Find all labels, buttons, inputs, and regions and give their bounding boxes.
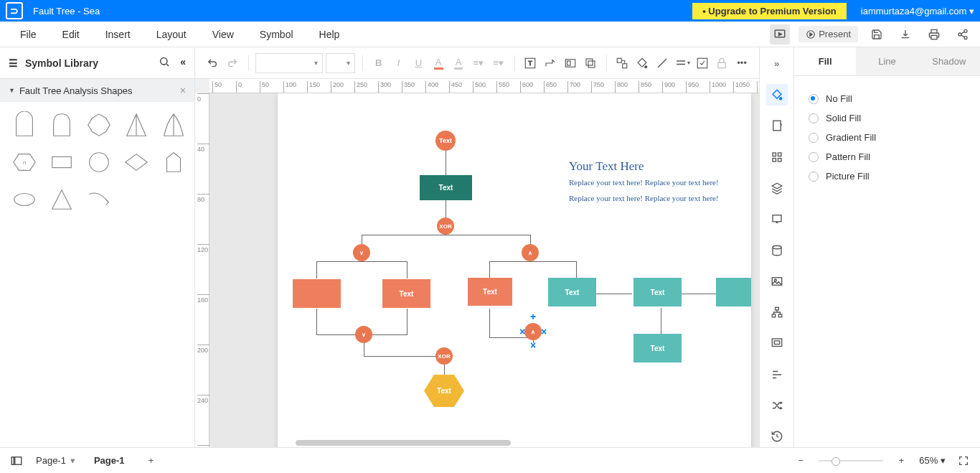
collapse-icon[interactable]: « [180,56,186,70]
align-horizontal-button[interactable]: ≡▾ [470,52,487,74]
fill-option-picture[interactable]: Picture Fill [809,167,966,186]
tab-fill[interactable]: Fill [794,47,856,75]
layers-panel-button[interactable] [766,177,788,198]
page-panel-button[interactable] [766,116,788,136]
node-hex[interactable]: Text [424,375,464,407]
fullscreen-button[interactable] [956,453,971,469]
menu-view[interactable]: View [199,29,247,40]
node-top-circle[interactable]: Text [435,131,456,151]
grid-panel-button[interactable] [766,146,788,167]
connector-button[interactable] [542,52,559,74]
node-or-left[interactable]: ∨ [353,244,370,261]
close-section-button[interactable]: × [180,85,186,96]
shape-item[interactable] [121,109,152,141]
shuffle-panel-button[interactable] [766,395,788,416]
download-button[interactable] [895,24,915,45]
fill-button[interactable] [633,52,651,74]
image-panel-button[interactable] [766,271,788,291]
underline-button[interactable]: U [410,52,427,74]
placeholder-title[interactable]: Your Text Here [569,159,644,174]
slides-panel-button[interactable] [766,209,788,230]
italic-button[interactable]: I [390,52,407,74]
more-button[interactable]: ••• [733,52,750,74]
highlight-button[interactable]: A [450,52,467,74]
node-teal-box1[interactable]: Text [548,278,596,306]
node-blank-box[interactable] [293,279,341,308]
canvas[interactable]: Text Text XOR ∨ ∧ Text Text Text Text ∨ … [209,93,759,447]
history-panel-button[interactable] [766,426,788,447]
fill-panel-button[interactable] [766,84,788,105]
shapes-section-header[interactable]: ▼ Fault Tree Analysis Shapes × [0,79,194,102]
node-teal-box2[interactable]: Text [633,278,682,306]
shape-item[interactable] [83,184,115,215]
redo-button[interactable] [224,52,241,74]
add-page-button[interactable]: + [143,453,159,469]
menu-edit[interactable]: Edit [50,29,93,40]
save-button[interactable] [867,24,887,45]
fill-option-solid[interactable]: Solid Fill [809,108,966,128]
present-button[interactable]: Present [798,26,858,42]
menu-file[interactable]: File [7,29,50,40]
outline-view-button[interactable] [9,453,24,469]
page-select[interactable]: Page-1▾ [36,455,75,466]
lock-button[interactable] [713,52,730,74]
print-button[interactable] [924,24,944,45]
node-and2-selected[interactable]: ∧ [524,323,542,340]
align-vertical-button[interactable]: ≡▾ [490,52,507,74]
node-text-box2[interactable]: Text [468,278,512,306]
node-xor2[interactable]: XOR [435,347,453,365]
node-top-box[interactable]: Text [420,175,472,200]
shape-item[interactable] [46,146,77,178]
comments-panel-button[interactable] [766,333,788,354]
data-panel-button[interactable] [766,240,788,261]
node-or2[interactable]: ∨ [355,326,372,343]
share-button[interactable] [953,24,973,45]
line-color-button[interactable] [654,52,671,74]
node-teal-box-partial[interactable] [716,278,751,306]
scrollbar-horizontal[interactable] [296,440,511,446]
placeholder-sub1[interactable]: Replace your text here! Replace your tex… [569,178,755,187]
shape-item[interactable] [83,146,115,178]
bold-button[interactable]: B [370,52,387,74]
shape-item[interactable] [9,109,40,141]
shape-item[interactable]: n [9,146,40,178]
placeholder-sub2[interactable]: Replace your text here! Replace your tex… [569,194,755,202]
shape-item[interactable] [158,146,189,178]
zoom-slider[interactable] [819,460,883,462]
menu-help[interactable]: Help [306,29,353,40]
zoom-out-button[interactable]: − [793,453,809,469]
shape-item[interactable] [46,184,77,215]
check-button[interactable] [694,52,711,74]
line-style-button[interactable]: ▾ [674,52,691,74]
user-menu[interactable]: iammurtaza4@gmail.com ▾ [861,6,974,17]
zoom-level[interactable]: 65% ▾ [919,455,946,466]
menu-symbol[interactable]: Symbol [247,29,306,40]
menu-layout[interactable]: Layout [143,29,199,40]
font-size-select[interactable] [326,53,355,73]
page-tab[interactable]: Page-1 [87,455,132,466]
font-family-select[interactable] [255,53,323,73]
undo-button[interactable] [204,52,221,74]
node-xor1[interactable]: XOR [437,217,454,235]
tab-line[interactable]: Line [856,47,918,75]
shape-item[interactable] [83,109,115,141]
node-text-box1[interactable]: Text [382,279,430,308]
search-icon[interactable] [159,56,170,70]
group-button[interactable] [613,52,631,74]
expand-panel-button[interactable]: » [766,53,788,74]
container-button[interactable] [562,52,579,74]
gantt-panel-button[interactable] [766,364,788,385]
copy-button[interactable] [582,52,599,74]
shape-item[interactable] [158,109,189,141]
node-and-right[interactable]: ∧ [522,244,539,261]
shape-item[interactable] [121,146,152,178]
node-teal-box3[interactable]: Text [633,334,682,362]
slideshow-button[interactable] [770,24,790,45]
menu-insert[interactable]: Insert [93,29,143,40]
fill-option-pattern[interactable]: Pattern Fill [809,147,966,167]
text-color-button[interactable]: A [430,52,447,74]
shape-item[interactable] [46,109,77,141]
upgrade-button[interactable]: • Upgrade to Premium Version [692,3,847,19]
shape-item[interactable] [9,184,40,215]
text-tool-button[interactable]: T [522,52,539,74]
